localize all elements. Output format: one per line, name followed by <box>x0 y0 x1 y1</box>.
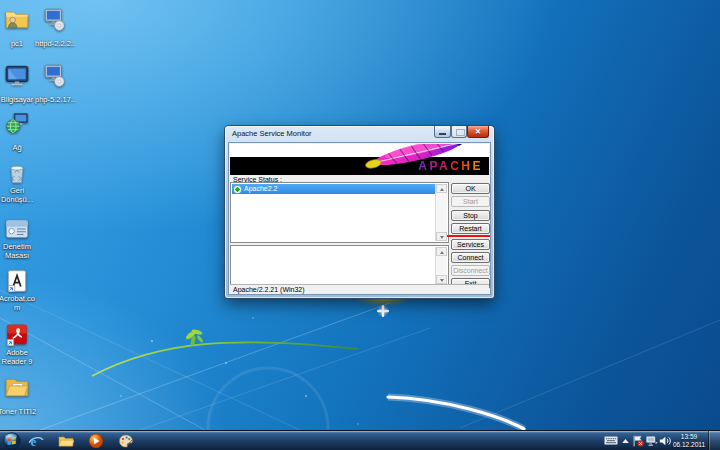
scroll-up-icon[interactable] <box>436 184 447 193</box>
desktop-icon-toner-folder[interactable]: Toner TITI2 <box>0 374 39 418</box>
play-icon <box>88 433 104 449</box>
service-list-item-apache22[interactable]: Apache2.2 <box>232 184 435 194</box>
log-list-scrollbar[interactable] <box>435 247 447 284</box>
window-title: Apache Service Monitor <box>232 129 312 138</box>
dialog-client-area: APACHE <box>228 142 491 295</box>
palette-icon <box>118 433 134 449</box>
language-keyboard-icon[interactable] <box>604 436 618 445</box>
scroll-up-icon[interactable] <box>436 247 447 256</box>
volume-icon[interactable] <box>659 436 671 446</box>
services-button[interactable]: Services <box>451 239 490 250</box>
desktop-icon-acrobat-com[interactable]: Acrobat.com <box>0 268 39 314</box>
show-hidden-icons-button[interactable] <box>621 438 630 444</box>
taskbar-item-internet-explorer[interactable]: e <box>28 433 44 449</box>
taskbar-item-windows-explorer[interactable] <box>58 433 74 449</box>
service-running-icon <box>234 186 241 193</box>
stop-button[interactable]: Stop <box>451 210 490 221</box>
taskbar-item-paint[interactable] <box>118 433 134 449</box>
desktop-icon-adobe-reader[interactable]: Adobe Reader 9 <box>0 322 39 368</box>
folder-icon <box>58 433 74 449</box>
desktop-icon-label: Denetim Masası <box>0 243 38 260</box>
action-center-icon[interactable] <box>632 435 644 447</box>
desktop-icon-network[interactable]: Ağ <box>0 110 39 154</box>
show-desktop-button[interactable] <box>708 431 720 450</box>
start-button: Start <box>451 196 490 207</box>
chevron-up-icon <box>622 439 629 443</box>
desktop-icon-label: Ağ <box>12 144 21 153</box>
minimize-button[interactable] <box>434 126 451 138</box>
start-button[interactable] <box>3 432 21 450</box>
ok-button[interactable]: OK <box>451 183 490 194</box>
desktop: pc1 httpd-2.2.2.. Bilgisayar php-5.2.17.… <box>0 0 720 430</box>
clock-date: 06.12.2011 <box>671 441 707 449</box>
connect-button[interactable]: Connect <box>451 252 490 263</box>
recycle-bin-icon <box>4 160 30 186</box>
shared-folder-icon <box>4 6 30 32</box>
desktop-icon-label: Adobe Reader 9 <box>0 349 38 366</box>
service-list[interactable]: Apache2.2 <box>230 182 449 243</box>
desktop-icon-label: Bilgisayar <box>1 96 34 105</box>
network-globe-icon <box>4 110 30 136</box>
desktop-icon-label: php-5.2.17.. <box>35 96 75 105</box>
clock-time: 13:59 <box>671 433 707 441</box>
desktop-icon-label: httpd-2.2.2.. <box>35 40 75 49</box>
desktop-icon-label: Geri Dönüşü... <box>0 187 38 204</box>
scroll-down-icon[interactable] <box>436 232 447 241</box>
apache-logo-banner: APACHE <box>230 144 489 175</box>
computer-icon <box>4 62 30 88</box>
restart-button[interactable]: Restart <box>451 223 490 234</box>
titlebar[interactable]: Apache Service Monitor <box>225 126 494 142</box>
desktop-icon-php-installer[interactable]: php-5.2.17.. <box>33 62 77 106</box>
clock[interactable]: 13:59 06.12.2011 <box>671 433 707 449</box>
flag-icon <box>635 436 642 440</box>
disconnect-button: Disconnect <box>451 265 490 276</box>
desktop-icon-label: Acrobat.com <box>0 295 38 312</box>
adobe-reader-icon <box>4 322 30 348</box>
log-list[interactable] <box>230 245 449 286</box>
installer-icon <box>42 6 68 32</box>
control-panel-icon <box>4 216 30 242</box>
folder-icon <box>4 374 30 400</box>
svg-text:e: e <box>30 434 36 449</box>
service-list-scrollbar[interactable] <box>435 184 447 241</box>
installer-icon <box>42 62 68 88</box>
apache-feather-icon <box>355 144 477 171</box>
desktop-icon-label: pc1 <box>11 40 23 49</box>
restart-highlight-annotation <box>447 235 490 237</box>
taskbar-item-media-player[interactable] <box>88 433 104 449</box>
scroll-down-icon[interactable] <box>436 275 447 284</box>
status-bar: Apache/2.2.21 (Win32) <box>230 284 489 293</box>
maximize-button-disabled <box>451 126 467 138</box>
leaf-sparkle <box>185 328 204 346</box>
network-status-icon[interactable] <box>646 436 658 446</box>
internet-explorer-icon: e <box>28 433 44 449</box>
desktop-icon-label: Toner TITI2 <box>0 408 36 417</box>
cross-sparkle <box>377 305 389 317</box>
taskbar: e <box>0 430 720 450</box>
apache-service-monitor-window: Apache Service Monitor APACHE <box>225 126 494 298</box>
desktop-icon-recycle-bin[interactable]: Geri Dönüşü... <box>0 160 39 206</box>
close-button[interactable] <box>467 126 489 138</box>
service-name: Apache2.2 <box>244 185 277 192</box>
desktop-icon-control-panel[interactable]: Denetim Masası <box>0 216 39 262</box>
acrobat-document-icon <box>4 268 30 294</box>
desktop-icon-httpd-installer[interactable]: httpd-2.2.2.. <box>33 6 77 50</box>
